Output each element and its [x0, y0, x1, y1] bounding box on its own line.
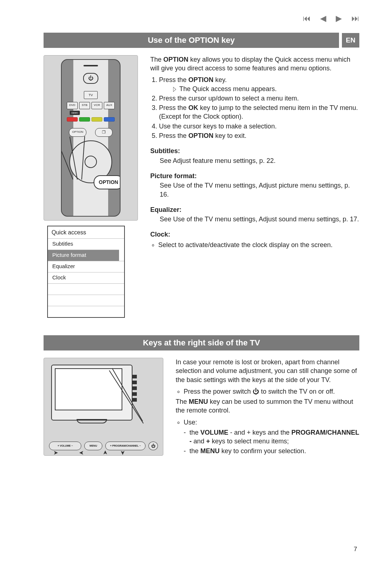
ir-window [83, 65, 98, 66]
step-3: Press the OK key to jump to the selected… [159, 103, 359, 121]
color-blue-icon [104, 117, 115, 122]
device-vcr: VCR [91, 102, 102, 109]
arrow-left-icon: ➤ [79, 449, 84, 457]
language-badge: EN [342, 33, 359, 48]
text-subtitles: See Adjust feature menu settings, p. 22. [160, 156, 359, 165]
pdf-nav-bar: ⏮ ◀ ▶ ⏭ [303, 13, 359, 24]
nav-next-icon[interactable]: ⏭ [351, 13, 359, 24]
bullet-use: Use: [176, 418, 359, 427]
section2-paragraph: In case your remote is lost or broken, a… [176, 358, 359, 384]
menu-item-subtitles: Subtitles [48, 238, 124, 250]
section-heading-bar: Keys at the right side of the TV [44, 335, 359, 350]
color-red-icon [67, 117, 78, 122]
intro-paragraph: The OPTION key allows you to display the… [150, 55, 359, 73]
section1-title: Use of the OPTION key [44, 33, 339, 48]
step-5: Press the OPTION key to exit. [159, 131, 359, 140]
step-4: Use the cursor keys to make a selection. [159, 122, 359, 131]
teletext-key-icon: ❐ [95, 128, 113, 137]
heading-equalizer: Equalizer: [150, 205, 359, 214]
bullet-power: Press the power switch ⏻ to switch the T… [176, 387, 359, 396]
menu-item-empty [48, 295, 124, 306]
demo-button: DEMO [70, 111, 80, 115]
arrow-indicators-2: ➤ ➤ [103, 449, 125, 457]
nav-prev-icon[interactable]: ◀ [320, 13, 326, 24]
remote-outline: ⏻ TV DVD STB VCR AUX DEMO [61, 59, 121, 217]
section1-text: The OPTION key allows you to display the… [150, 55, 359, 318]
arrow-down-icon: ➤ [119, 451, 127, 455]
clock-bullets: Select to activate/deactivate the clock … [151, 241, 359, 249]
arrow-indicators: ➤ ➤ [53, 449, 84, 457]
menu-item-equalizer: Equalizer [48, 261, 124, 272]
dash-volume: the VOLUME - and + keys and the PROGRAM/… [184, 428, 359, 446]
tv-mode-button: TV [84, 91, 98, 99]
section2-title: Keys at the right side of the TV [44, 335, 359, 350]
text-picture-format: See Use of the TV menu settings, Adjust … [160, 181, 359, 199]
step-1: Press the OPTION key. ▷The Quick access … [159, 75, 359, 93]
heading-clock: Clock: [150, 230, 359, 239]
menu-item-clock: Clock [48, 272, 124, 283]
figure-column: ⏻ TV DVD STB VCR AUX DEMO [44, 55, 138, 318]
color-keys [67, 117, 115, 122]
power-button-icon: ⏻ [83, 73, 98, 84]
color-yellow-icon [91, 117, 102, 122]
power-glyph-icon: ⏻ [253, 388, 259, 395]
tv-side-figure: + VOLUME − MENU + PROGRAM/CHANNEL − ⏻ ➤ … [44, 358, 163, 456]
device-dvd: DVD [67, 102, 78, 109]
option-callout-bubble: OPTION [94, 175, 121, 189]
device-aux: AUX [104, 102, 115, 109]
dash-list: the VOLUME - and + keys and the PROGRAM/… [184, 428, 359, 455]
result-arrow-icon: ▷ [173, 85, 176, 93]
heading-subtitles: Subtitles: [150, 147, 359, 155]
quick-access-menu: Quick access Subtitles Picture format Eq… [47, 226, 125, 318]
section2-text: In case your remote is lost or broken, a… [176, 358, 359, 456]
menu-paragraph: The MENU key can be used to summon the T… [176, 397, 359, 415]
menu-key-label: MENU [84, 442, 102, 450]
arrow-right-icon: ➤ [53, 449, 58, 457]
clock-bullet: Select to activate/deactivate the clock … [151, 241, 359, 249]
figure-column-2: + VOLUME − MENU + PROGRAM/CHANNEL − ⏻ ➤ … [44, 358, 163, 456]
option-key-label: OPTION [69, 128, 86, 137]
text-equalizer: See Use of the TV menu settings, Adjust … [160, 215, 359, 223]
device-row: DVD STB VCR AUX [67, 102, 115, 109]
menu-item-picture-format: Picture format [48, 250, 119, 261]
dash-menu: the MENU key to confirm your selection. [184, 447, 359, 455]
bold-option: OPTION [163, 56, 188, 63]
nav-first-icon[interactable]: ⏮ [303, 13, 311, 24]
power-key-icon: ⏻ [148, 442, 158, 450]
heading-picture-format: Picture format: [150, 172, 359, 180]
zoom-callout-line [109, 367, 145, 425]
steps-list: Press the OPTION key. ▷The Quick access … [159, 75, 359, 140]
step-2: Press the cursor up/down to select a men… [159, 94, 359, 103]
ok-button [85, 156, 97, 168]
section2-bullets: Press the power switch ⏻ to switch the T… [176, 387, 359, 396]
device-stb: STB [79, 102, 90, 109]
manual-page: ⏮ ◀ ▶ ⏭ Use of the OPTION key EN ⏻ TV DV… [0, 0, 392, 566]
page-number: 7 [354, 545, 357, 554]
menu-item-empty [48, 306, 124, 317]
quick-access-title: Quick access [48, 226, 124, 239]
step-1-result: ▷The Quick access menu appears. [172, 85, 359, 93]
arrow-up-icon: ➤ [101, 451, 109, 455]
section2-content: + VOLUME − MENU + PROGRAM/CHANNEL − ⏻ ➤ … [44, 358, 359, 456]
tv-stand [77, 419, 107, 423]
remote-figure: ⏻ TV DVD STB VCR AUX DEMO [44, 55, 138, 221]
menu-item-empty [48, 283, 124, 295]
color-green-icon [79, 117, 90, 122]
nav-play-icon[interactable]: ▶ [336, 13, 342, 24]
section1-content: ⏻ TV DVD STB VCR AUX DEMO [44, 55, 359, 318]
section-heading-bar: Use of the OPTION key EN [44, 33, 359, 48]
section2-bullets-2: Use: [176, 418, 359, 427]
